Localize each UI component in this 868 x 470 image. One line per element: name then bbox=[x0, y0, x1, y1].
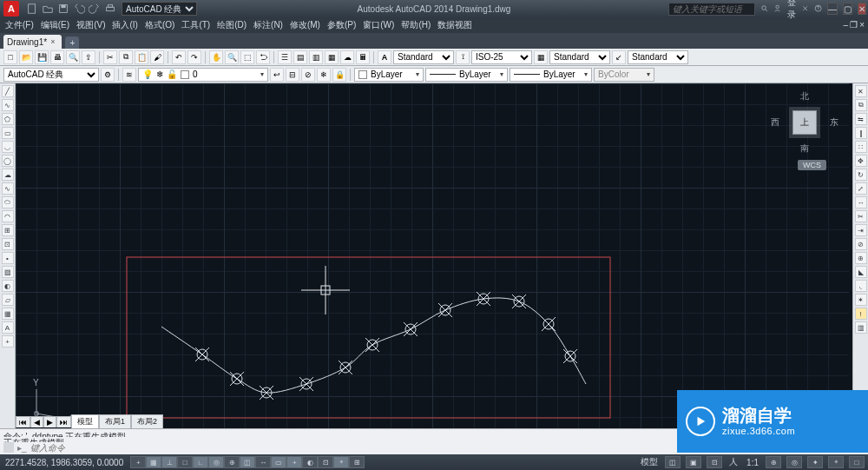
toggle-osnap[interactable]: ◎ bbox=[208, 456, 224, 468]
region-icon[interactable]: ▱ bbox=[2, 294, 14, 306]
menu-dataview[interactable]: 数据视图 bbox=[436, 19, 474, 31]
tool-designcenter-icon[interactable]: ▤ bbox=[293, 50, 307, 64]
textstyle-select[interactable]: Standard bbox=[393, 50, 454, 64]
doc-restore-button[interactable]: ❐ bbox=[850, 20, 858, 30]
menu-param[interactable]: 参数(P) bbox=[326, 19, 358, 31]
menu-dimension[interactable]: 标注(N) bbox=[252, 19, 285, 31]
erase-icon[interactable]: ✕ bbox=[855, 85, 867, 97]
rotate-icon[interactable]: ↻ bbox=[855, 169, 867, 181]
revcloud-icon[interactable]: ☁ bbox=[2, 169, 14, 181]
mtext-icon[interactable]: A bbox=[2, 321, 14, 334]
textstyle-icon[interactable]: A bbox=[378, 50, 391, 64]
view-cube[interactable]: 北 南 西 东 上 bbox=[774, 92, 835, 153]
tool-zoomprev-icon[interactable]: ⮌ bbox=[256, 50, 270, 64]
rectangle-icon[interactable]: ▭ bbox=[2, 127, 14, 139]
lineweight-combo[interactable]: ByLayer ▾ bbox=[510, 68, 592, 82]
tool-properties-icon[interactable]: ☰ bbox=[278, 50, 292, 64]
makeblock-icon[interactable]: ⊡ bbox=[2, 238, 14, 250]
line-icon[interactable]: ╱ bbox=[2, 85, 14, 97]
undo-icon[interactable] bbox=[73, 3, 85, 15]
scale-icon[interactable]: ⤢ bbox=[855, 182, 867, 195]
status-scale[interactable]: 1:1 bbox=[745, 458, 760, 467]
viewcube-top-face[interactable]: 上 bbox=[792, 110, 817, 135]
tablestyle-icon[interactable]: ▦ bbox=[534, 50, 548, 64]
table-icon[interactable]: ▦ bbox=[2, 308, 14, 320]
linetype-combo[interactable]: ByLayer ▾ bbox=[425, 68, 508, 82]
mleaderstyle-icon[interactable]: ↙ bbox=[612, 50, 626, 64]
status-quickview-layouts-icon[interactable]: ◫ bbox=[665, 456, 681, 468]
help-search-input[interactable] bbox=[668, 3, 755, 16]
status-modelspace[interactable]: 模型 bbox=[639, 456, 660, 468]
annomonitor-icon[interactable]: ! bbox=[855, 308, 867, 320]
viewcube-west[interactable]: 西 bbox=[771, 116, 779, 129]
layer-prev-icon[interactable]: ↩ bbox=[270, 68, 284, 82]
tool-quickcalc-icon[interactable]: 🖩 bbox=[356, 50, 370, 64]
viewcube-south[interactable]: 南 bbox=[774, 142, 835, 155]
menu-edit[interactable]: 编辑(E) bbox=[39, 19, 71, 31]
toggle-3dosnap[interactable]: ⊕ bbox=[224, 456, 240, 468]
user-icon[interactable] bbox=[773, 4, 781, 12]
commandline-grip-icon[interactable] bbox=[3, 442, 14, 453]
toggle-infer[interactable]: + bbox=[130, 456, 146, 468]
status-isolate-icon[interactable]: □ bbox=[849, 456, 865, 468]
toggle-polar[interactable]: ∟ bbox=[193, 456, 208, 468]
workspace-select[interactable]: AutoCAD 经典 bbox=[122, 2, 197, 16]
layout-scroll-prev-icon[interactable]: ◀ bbox=[30, 416, 43, 427]
tool-pan-icon[interactable]: ✋ bbox=[209, 50, 223, 64]
status-hardwareaccel-icon[interactable]: ⌖ bbox=[828, 456, 844, 468]
toggle-am[interactable]: ⊞ bbox=[349, 456, 365, 468]
layer-combo[interactable]: 💡 ❄ 🔓 0 ▾ bbox=[138, 68, 268, 82]
layer-freeze2-icon[interactable]: ❄ bbox=[317, 68, 331, 82]
doc-close-button[interactable]: × bbox=[859, 20, 865, 30]
new-document-tab-button[interactable]: + bbox=[65, 36, 79, 49]
tool-markupicon[interactable]: ☁ bbox=[340, 50, 354, 64]
toggle-snap[interactable]: ▦ bbox=[146, 456, 161, 468]
minimize-button[interactable]: — bbox=[827, 3, 838, 15]
tab-model[interactable]: 模型 bbox=[71, 414, 99, 428]
copy2-icon[interactable]: ⧉ bbox=[855, 99, 867, 111]
toggle-tpy[interactable]: ◐ bbox=[302, 456, 318, 468]
exchange-icon[interactable] bbox=[801, 4, 809, 12]
layout-scroll-first-icon[interactable]: ⏮ bbox=[16, 416, 30, 427]
tool-save-icon[interactable]: 💾 bbox=[35, 50, 49, 64]
tool-zoom-icon[interactable]: 🔍 bbox=[225, 50, 239, 64]
mleaderstyle-select[interactable]: Standard bbox=[628, 50, 688, 64]
ellipse-icon[interactable]: ⬭ bbox=[2, 196, 14, 209]
trim-icon[interactable]: ✂ bbox=[855, 210, 867, 222]
tool-undo-icon[interactable]: ↶ bbox=[172, 50, 186, 64]
status-coords[interactable]: 2271.4528, 1986.3059, 0.0000 bbox=[3, 458, 125, 467]
status-annosync-icon[interactable]: ⊕ bbox=[766, 456, 781, 468]
dimstyle-icon[interactable]: ⟟ bbox=[456, 50, 470, 64]
status-annoscale-menu[interactable]: 人 bbox=[727, 456, 740, 468]
arc-icon[interactable]: ◡ bbox=[2, 141, 14, 153]
tool-matchprop-icon[interactable]: 🖌 bbox=[150, 50, 164, 64]
maximize-button[interactable]: ▢ bbox=[843, 3, 852, 15]
tab-layout2[interactable]: 布局2 bbox=[131, 414, 163, 428]
status-annoscale-icon[interactable]: ⊡ bbox=[707, 456, 722, 468]
status-quickview-drawings-icon[interactable]: ▣ bbox=[686, 456, 701, 468]
chamfer-icon[interactable]: ◣ bbox=[855, 266, 867, 278]
signin-label[interactable]: 登录 bbox=[787, 0, 796, 21]
print-icon[interactable] bbox=[104, 3, 116, 15]
tool-print-icon[interactable]: 🖶 bbox=[50, 50, 64, 64]
circle-icon[interactable]: ◯ bbox=[2, 155, 14, 167]
toggle-ortho[interactable]: □ bbox=[177, 456, 193, 468]
tool-open-icon[interactable]: 📂 bbox=[19, 50, 33, 64]
spline-icon[interactable]: ∿ bbox=[2, 182, 14, 195]
viewcube-east[interactable]: 东 bbox=[830, 116, 838, 129]
menu-window[interactable]: 窗口(W) bbox=[361, 19, 396, 31]
menu-help[interactable]: 帮助(H) bbox=[399, 19, 432, 31]
status-ws-switch-icon[interactable]: ◎ bbox=[786, 456, 802, 468]
tool-toolpalette-icon[interactable]: ▥ bbox=[309, 50, 323, 64]
fillet-icon[interactable]: ◟ bbox=[855, 280, 867, 292]
tool-sheetset-icon[interactable]: ▦ bbox=[325, 50, 339, 64]
gradient-icon[interactable]: ◐ bbox=[2, 280, 14, 292]
close-button[interactable]: ✕ bbox=[858, 3, 866, 15]
layer-off-icon[interactable]: ⊘ bbox=[301, 68, 315, 82]
array-icon[interactable]: ∷ bbox=[855, 141, 867, 153]
commandline-chevron-icon[interactable]: ▸_ bbox=[17, 443, 27, 453]
stretch-icon[interactable]: ↔ bbox=[855, 196, 867, 209]
search-icon[interactable] bbox=[760, 4, 768, 12]
dimstyle-select[interactable]: ISO-25 bbox=[471, 50, 532, 64]
tablestyle-select[interactable]: Standard bbox=[549, 50, 610, 64]
